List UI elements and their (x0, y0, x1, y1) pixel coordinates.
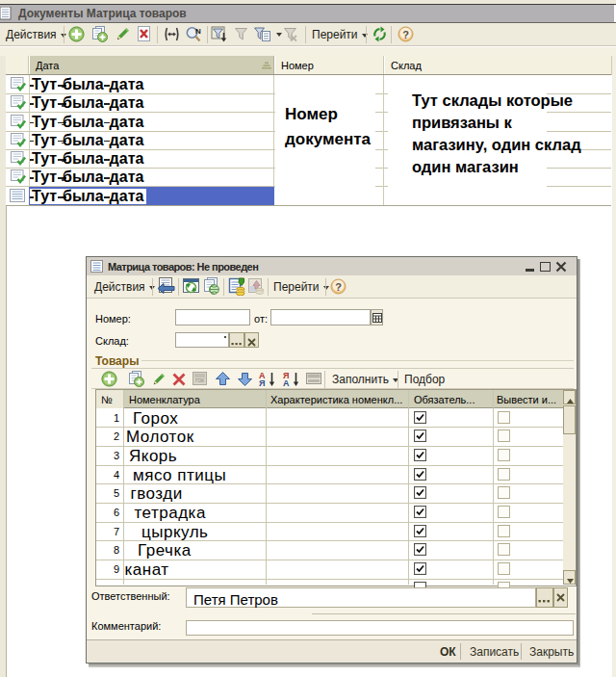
svg-text:ГОК: ГОК (195, 378, 204, 383)
svg-text:?: ? (402, 29, 409, 40)
svg-text:?: ? (335, 281, 342, 293)
svg-text:А: А (283, 378, 290, 387)
svg-text:N: N (195, 27, 201, 36)
svg-text:Я: Я (259, 378, 265, 387)
